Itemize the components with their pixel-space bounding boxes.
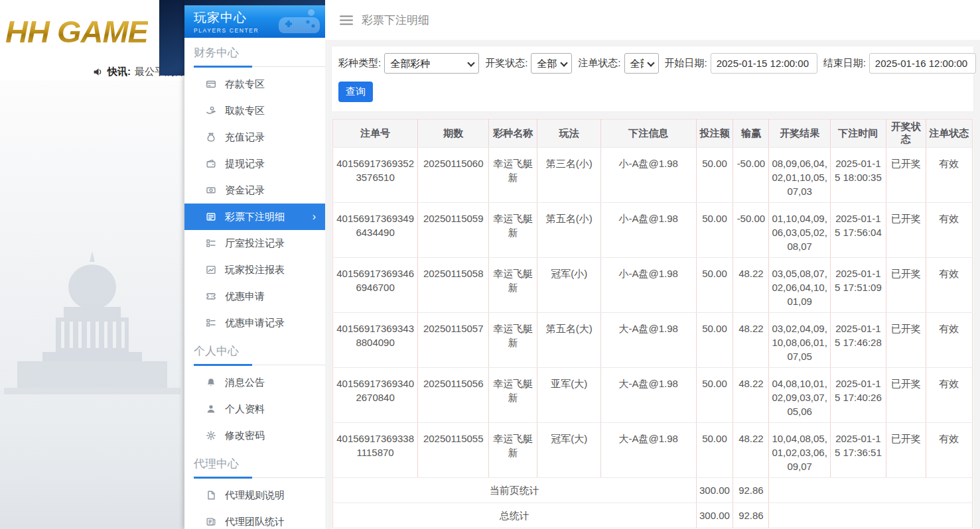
table-cell: 大-A盘@1.98: [600, 313, 696, 368]
table-cell: 50.00: [696, 368, 733, 423]
main-area: 彩票下注明细 彩种类型: 全部彩种 开奖状态: 全部 注单状态: 全部 开始日期…: [325, 0, 980, 529]
table-cell: 20250115055: [418, 423, 489, 478]
gear-icon: [206, 430, 216, 441]
table-cell: 2025-01-15 17:51:09: [830, 258, 886, 313]
order-status-select[interactable]: 全部: [624, 53, 659, 74]
table-cell: 50.00: [696, 313, 733, 368]
column-header: 开奖结果: [769, 119, 831, 148]
table-cell: 401569173693466946700: [333, 258, 418, 313]
user-icon: [206, 404, 216, 414]
table-cell: 已开奖: [886, 423, 926, 478]
end-date-input[interactable]: [869, 53, 976, 74]
sidebar-item-document[interactable]: 代理规则说明: [184, 482, 325, 508]
table-cell: 10,04,08,05,01,02,03,06,09,07: [769, 423, 831, 478]
chart-icon: [206, 264, 216, 275]
sidebar-item-list-doc[interactable]: 彩票下注明细›: [184, 204, 325, 230]
sidebar-item-gear[interactable]: 修改密码: [184, 422, 325, 449]
summary-empty: [769, 503, 973, 528]
summary-bet-total: 300.00: [696, 478, 733, 503]
sidebar-item-coins[interactable]: 资金记录: [184, 177, 325, 204]
table-cell: 08,09,06,04,02,01,10,05,07,03: [769, 148, 831, 203]
summary-row: 当前页统计300.0092.86: [333, 478, 973, 503]
sidebar-item-label: 修改密码: [225, 430, 265, 442]
table-row: 40156917369349643449020250115059幸运飞艇新第五名…: [333, 203, 973, 258]
section-heading: 代理中心: [184, 449, 325, 477]
sidebar-item-bell[interactable]: 消息公告: [184, 369, 325, 396]
section-heading: 个人中心: [184, 336, 325, 365]
lottery-type-select[interactable]: 全部彩种: [384, 53, 479, 74]
table-cell: 幸运飞艇新: [489, 423, 537, 478]
filters-card: 彩种类型: 全部彩种 开奖状态: 全部 注单状态: 全部 开始日期: 结束日期:…: [332, 46, 973, 111]
end-date-label: 结束日期:: [823, 57, 866, 70]
sidebar-menu: 财务中心存款专区取款专区充值记录提现记录资金记录彩票下注明细›厅室投注记录玩家投…: [184, 38, 325, 529]
table-row: 40156917369338111587020250115055幸运飞艇新冠军(…: [333, 423, 973, 478]
sidebar-item-user[interactable]: 个人资料: [184, 396, 325, 422]
document-icon: [206, 490, 216, 500]
table-row: 40156917369352357651020250115060幸运飞艇新第三名…: [333, 148, 973, 203]
sidebar-item-credit-card[interactable]: 存款专区: [184, 71, 325, 97]
column-header: 输赢: [733, 119, 769, 148]
table-cell: 03,02,04,09,10,08,06,01,07,05: [769, 313, 831, 368]
sidebar-item-label: 存款专区: [225, 78, 265, 91]
sidebar-item-list-grid[interactable]: 厅室投注记录: [184, 230, 325, 257]
table-cell: 401569173693381115870: [333, 423, 418, 478]
page-topbar: 彩票下注明细: [325, 0, 980, 40]
table-cell: 有效: [926, 423, 972, 478]
table-cell: 04,08,10,01,02,09,03,07,05,06: [769, 368, 831, 423]
summary-winloss-total: 92.86: [733, 503, 769, 528]
column-header: 注单状态: [926, 119, 972, 148]
menu-toggle-icon[interactable]: [340, 15, 353, 25]
section-underline: [194, 66, 325, 67]
sidebar-item-label: 优惠申请记录: [225, 317, 285, 329]
section-heading: 财务中心: [184, 38, 325, 66]
lottery-type-label: 彩种类型:: [338, 57, 381, 70]
table-cell: 幸运飞艇新: [489, 203, 537, 258]
sidebar-item-chart[interactable]: 玩家投注报表: [184, 257, 325, 283]
sidebar-item-money-bag[interactable]: 充值记录: [184, 124, 325, 150]
table-cell: 50.00: [696, 203, 733, 258]
table-cell: 20250115058: [418, 258, 489, 313]
table-cell: 50.00: [696, 148, 733, 203]
sidebar-item-wallet[interactable]: 提现记录: [184, 150, 325, 177]
table-cell: 03,05,08,07,02,06,04,10,01,09: [769, 258, 831, 313]
list-doc-icon: [206, 211, 216, 222]
table-cell: 48.22: [733, 313, 769, 368]
sidebar-item-label: 消息公告: [225, 377, 265, 389]
table-row: 40156917369340267084020250115056幸运飞艇新亚军(…: [333, 368, 973, 423]
table-cell: 有效: [926, 313, 972, 368]
draw-status-select[interactable]: 全部: [531, 53, 572, 74]
table-cell: 20250115059: [418, 203, 489, 258]
table-cell: 幸运飞艇新: [489, 148, 537, 203]
table-cell: 401569173693496434490: [333, 203, 418, 258]
table-cell: 幸运飞艇新: [489, 313, 537, 368]
sidebar-item-label: 优惠申请: [225, 290, 265, 303]
table-cell: 已开奖: [886, 203, 926, 258]
filter-row: 彩种类型: 全部彩种 开奖状态: 全部 注单状态: 全部 开始日期: 结束日期:: [337, 52, 968, 74]
sidebar-item-label: 彩票下注明细: [225, 211, 285, 223]
sidebar-item-news[interactable]: 代理团队统计: [184, 508, 325, 529]
content: 彩种类型: 全部彩种 开奖状态: 全部 注单状态: 全部 开始日期: 结束日期:…: [325, 40, 980, 529]
sidebar-item-hand-money[interactable]: 取款专区: [184, 97, 325, 124]
column-header: 投注额: [696, 119, 733, 148]
table-cell: 大-A盘@1.98: [600, 368, 696, 423]
table-cell: 已开奖: [886, 313, 926, 368]
table-cell: 401569173693402670840: [333, 368, 418, 423]
search-button[interactable]: 查询: [338, 82, 373, 102]
chevron-right-icon: ›: [313, 211, 316, 223]
sidebar-item-label: 个人资料: [225, 403, 265, 416]
column-header: 下注信息: [600, 119, 696, 148]
sidebar-item-ticket[interactable]: 优惠申请: [184, 283, 325, 310]
sidebar-item-list-grid[interactable]: 优惠申请记录: [184, 310, 325, 336]
sidebar-item-label: 充值记录: [225, 131, 265, 144]
summary-label: 总统计: [333, 503, 697, 528]
table-cell: 2025-01-15 18:00:35: [830, 148, 886, 203]
start-date-input[interactable]: [711, 53, 817, 74]
news-icon: [206, 516, 216, 527]
column-header: 开奖状态: [886, 119, 926, 148]
section-underline: [194, 365, 325, 365]
sidebar-item-label: 资金记录: [225, 184, 265, 197]
table-cell: 亚军(大): [537, 368, 600, 423]
table-cell: -50.00: [733, 203, 769, 258]
table-cell: 有效: [926, 203, 972, 258]
table-cell: 有效: [926, 258, 972, 313]
